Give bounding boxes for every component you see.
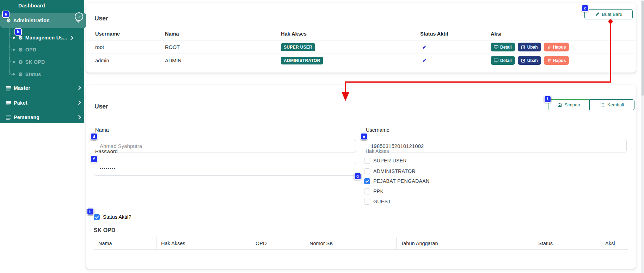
edit-icon xyxy=(521,45,526,49)
username-field[interactable]: 198503152010121002 xyxy=(365,139,627,153)
cell-username: root xyxy=(95,44,165,50)
trash-icon xyxy=(547,58,551,63)
sk-opd-title: SK OPD xyxy=(94,227,115,234)
hapus-button[interactable]: Hapus xyxy=(544,56,569,65)
table-row: root ROOT SUPER USER ✔ Detail Ubah xyxy=(86,41,636,54)
hint-badge-b[interactable]: b xyxy=(14,28,22,36)
checkbox-label: GUEST xyxy=(373,199,391,204)
checkbox-option-super-user: SUPER USER xyxy=(364,157,407,165)
back-list-icon xyxy=(600,103,605,107)
hint-badge-f[interactable]: f xyxy=(90,155,98,163)
chevron-right-icon xyxy=(76,115,81,119)
chevron-right-icon xyxy=(76,100,81,105)
sidebar-item-pemenang[interactable]: Pemenang xyxy=(0,113,90,122)
detail-button[interactable]: Detail xyxy=(491,56,515,65)
button-label: Simpan xyxy=(564,102,580,107)
username-label: Username xyxy=(366,127,390,133)
checkbox-label: SUPER USER xyxy=(373,158,407,163)
sidebar-item-label: Managemen Us... xyxy=(25,35,67,41)
buat-baru-button[interactable]: Buat Baru xyxy=(584,9,633,19)
actions-cell: Detail Ubah Hapus xyxy=(491,43,627,51)
list-icon xyxy=(6,86,11,91)
role-badge: SUPER USER xyxy=(281,43,315,51)
sk-col-aksi: Aksi xyxy=(601,237,628,249)
divider xyxy=(86,123,636,123)
checkbox[interactable] xyxy=(364,178,370,184)
hint-badge-a[interactable]: a xyxy=(2,11,10,18)
check-icon: ✔ xyxy=(420,58,427,63)
table-row: admin ADMIN ADMINISTRATOR ✔ Detail Ubah xyxy=(86,54,636,67)
actions-cell: Detail Ubah Hapus xyxy=(491,56,627,65)
sidebar-item-label: Administration xyxy=(13,18,50,23)
ubah-button[interactable]: Ubah xyxy=(518,56,541,65)
button-label: Hapus xyxy=(553,58,566,63)
button-label: Buat Baru xyxy=(602,12,622,17)
chevron-right-icon xyxy=(89,72,93,76)
cogs-icon: ⚙ xyxy=(18,60,23,64)
scrollbar-track xyxy=(641,0,644,273)
button-label: Ubah xyxy=(527,45,538,50)
checkbox[interactable] xyxy=(364,188,370,194)
cell-nama: ADMIN xyxy=(165,58,281,63)
sidebar-item-master[interactable]: Master xyxy=(0,83,90,93)
page-title: User xyxy=(94,15,108,22)
kembali-button[interactable]: Kembali xyxy=(589,99,634,110)
form-title: User xyxy=(94,103,108,110)
button-label: Detail xyxy=(500,45,512,50)
button-label: Hapus xyxy=(553,45,566,50)
sidebar-item-label: SK OPD xyxy=(25,59,45,65)
sidebar-item-label: Status xyxy=(25,72,41,77)
cogs-icon: ⚙ xyxy=(6,18,11,23)
monitor-icon xyxy=(494,45,498,49)
save-icon xyxy=(557,103,562,107)
nama-label: Nama xyxy=(95,127,109,133)
password-label: Password xyxy=(95,149,118,154)
cogs-icon: ⚙ xyxy=(18,35,23,40)
hint-badge-d[interactable]: d xyxy=(90,133,98,140)
page: Dashboard ⚙ Administration ⚙ Managemen U… xyxy=(0,0,644,273)
col-header-nama: Nama xyxy=(165,31,281,37)
monitor-icon xyxy=(494,58,498,63)
pin-icon[interactable] xyxy=(75,12,83,21)
status-aktif-checkbox[interactable] xyxy=(94,214,100,220)
checkbox[interactable] xyxy=(364,168,370,174)
form-buttons: Simpan Kembali xyxy=(548,99,634,110)
password-field[interactable]: •••••••• xyxy=(94,162,356,176)
checkbox-option-administrator: ADMINISTRATOR xyxy=(364,167,416,175)
status-aktif-row: Status Aktif? xyxy=(94,213,131,221)
chevron-right-icon xyxy=(76,86,81,90)
sidebar-item-label: Dashboard xyxy=(18,3,45,8)
hint-badge-g[interactable]: g xyxy=(354,173,361,180)
checkbox-label: PEJABAT PENGADAAN xyxy=(373,178,430,184)
button-label: Kembali xyxy=(607,102,624,107)
hapus-button[interactable]: Hapus xyxy=(544,43,569,51)
list-icon xyxy=(6,115,11,120)
detail-button[interactable]: Detail xyxy=(491,43,515,51)
status-aktif-label: Status Aktif? xyxy=(103,214,131,220)
nama-field[interactable]: Ahmad Syahputra xyxy=(94,139,356,153)
checkbox[interactable] xyxy=(364,199,370,205)
simpan-button[interactable]: Simpan xyxy=(548,99,589,110)
checkbox[interactable] xyxy=(364,158,370,164)
sidebar-item-label: OPD xyxy=(25,47,36,52)
password-value: •••••••• xyxy=(100,166,116,171)
cell-username: admin xyxy=(95,58,165,63)
ubah-button[interactable]: Ubah xyxy=(518,43,541,51)
cogs-icon: ⚙ xyxy=(18,47,23,52)
checkbox-label: PPK xyxy=(373,188,384,194)
sidebar-item-label: Pemenang xyxy=(14,114,39,120)
checkbox-label: ADMINISTRATOR xyxy=(373,168,416,174)
col-header-username: Username xyxy=(95,31,165,37)
hak-akses-label: Hak Akses xyxy=(366,148,389,154)
chevron-right-icon xyxy=(69,36,73,40)
col-header-status-aktif: Status Aktif xyxy=(420,31,491,37)
hint-badge-c[interactable]: c xyxy=(581,5,589,12)
col-header-hak-akses: Hak Akses xyxy=(281,31,420,37)
trash-icon xyxy=(547,45,551,49)
hint-badge-h[interactable]: h xyxy=(87,208,94,215)
hint-badge-i[interactable]: i xyxy=(544,95,551,103)
sidebar-item-paket[interactable]: Paket xyxy=(0,98,90,107)
hint-badge-e[interactable]: e xyxy=(360,133,368,140)
button-label: Ubah xyxy=(527,58,538,63)
scrollbar-thumb[interactable] xyxy=(642,1,644,96)
